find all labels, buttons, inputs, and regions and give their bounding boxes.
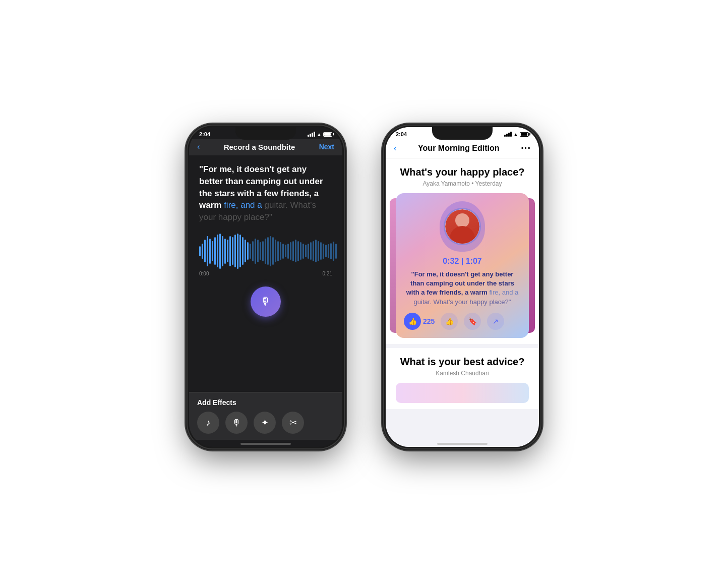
home-indicator-right — [386, 440, 539, 447]
nav-bar-dark: ‹ Record a Soundbite Next — [189, 139, 342, 155]
effect-music-button[interactable]: ♪ — [197, 412, 219, 434]
question2-title: What is your best advice? — [396, 356, 529, 368]
nav-title-light: Your Morning Edition — [418, 144, 499, 153]
like-count: 225 — [423, 317, 435, 325]
time-right: 2:04 — [396, 131, 416, 137]
notch-right — [432, 127, 493, 140]
card-avatar-area — [404, 201, 521, 252]
soundbite-quote-bold: "For me, it doesn't get any better than … — [199, 163, 332, 223]
mic-button[interactable]: 🎙 — [251, 286, 281, 317]
time-end: 0:21 — [323, 271, 332, 276]
card-avatar-bg — [440, 201, 485, 252]
status-icons-right: ▲ — [504, 132, 529, 137]
bookmark-button[interactable]: 🔖 — [464, 313, 481, 330]
phones-container: 2:04 ▲ — [167, 105, 561, 469]
effect-trim-button[interactable]: ✂ — [282, 412, 304, 434]
question1-meta: Ayaka Yamamoto • Yesterday — [396, 180, 529, 187]
thumbsup-button[interactable]: 👍 — [441, 313, 458, 330]
soundbite-content: "For me, it doesn't get any better than … — [189, 155, 342, 392]
card-quote: "For me, it doesn't get any better than … — [404, 270, 521, 307]
effect-sparkle-button[interactable]: ✦ — [254, 412, 276, 434]
soundbite-card[interactable]: 0:32 | 1:07 "For me, it doesn't get any … — [396, 193, 529, 338]
battery-icon-right — [520, 132, 529, 137]
card-quote-blue: fire, and a — [488, 289, 518, 296]
effects-buttons: ♪ 🎙 ✦ ✂ — [197, 412, 334, 434]
question1-time: Yesterday — [475, 180, 502, 187]
card-actions: 👍 225 👍 🔖 ↗ — [404, 313, 521, 330]
status-icons-left: ▲ — [308, 132, 332, 137]
add-effects-label: Add Effects — [197, 398, 334, 407]
morning-edition-content[interactable]: What's your happy place? Ayaka Yamamoto … — [386, 158, 539, 440]
home-bar-right — [437, 443, 488, 445]
waveform-times: 0:00 0:21 — [199, 271, 332, 276]
signal-icon-left — [308, 132, 315, 137]
right-phone: 2:04 ▲ — [384, 126, 540, 448]
soundbite-quote-blue: fire, and a — [221, 200, 262, 210]
time-left: 2:04 — [199, 131, 219, 137]
mic-button-container: 🎙 — [199, 286, 332, 317]
share-button[interactable]: ↗ — [487, 313, 504, 330]
more-button[interactable]: ··· — [521, 142, 531, 154]
notch-left — [235, 127, 296, 140]
question2-author: Kamlesh Chaudhari — [436, 370, 489, 377]
back-button-dark[interactable]: ‹ — [197, 142, 200, 151]
home-bar-left — [240, 443, 291, 445]
home-indicator-left — [189, 440, 342, 447]
wifi-icon-left: ▲ — [317, 132, 322, 137]
wifi-icon-right: ▲ — [513, 132, 518, 137]
battery-icon-left — [323, 132, 332, 137]
question2-meta: Kamlesh Chaudhari — [396, 370, 529, 377]
card-quote-faded: guitar. What's your happy place?" — [414, 298, 511, 306]
mic-icon: 🎙 — [260, 295, 271, 308]
nav-bar-light: ‹ Your Morning Edition ··· — [386, 139, 539, 158]
left-phone: 2:04 ▲ — [188, 126, 344, 448]
waveform[interactable] — [199, 234, 332, 269]
avatar-image — [445, 209, 479, 244]
time-start: 0:00 — [199, 271, 209, 276]
like-count-area: 👍 225 — [404, 313, 435, 330]
next-button[interactable]: Next — [319, 143, 334, 151]
back-button-light[interactable]: ‹ — [394, 144, 396, 153]
card-avatar-ring — [444, 208, 481, 245]
add-effects-section: Add Effects ♪ 🎙 ✦ ✂ — [189, 392, 342, 440]
card-area: 0:32 | 1:07 "For me, it doesn't get any … — [396, 193, 529, 338]
card-timer: 0:32 | 1:07 — [404, 257, 521, 266]
effect-voice-button[interactable]: 🎙 — [225, 412, 248, 434]
nav-title-dark: Record a Soundbite — [224, 143, 295, 151]
question2-preview[interactable] — [396, 383, 529, 403]
question1-author: Ayaka Yamamoto — [423, 180, 470, 187]
question2-section: What is your best advice? Kamlesh Chaudh… — [386, 348, 539, 409]
signal-icon-right — [504, 132, 512, 137]
question1-title: What's your happy place? — [396, 166, 529, 178]
like-button[interactable]: 👍 — [404, 313, 421, 330]
question1-section: What's your happy place? Ayaka Yamamoto … — [386, 158, 539, 344]
